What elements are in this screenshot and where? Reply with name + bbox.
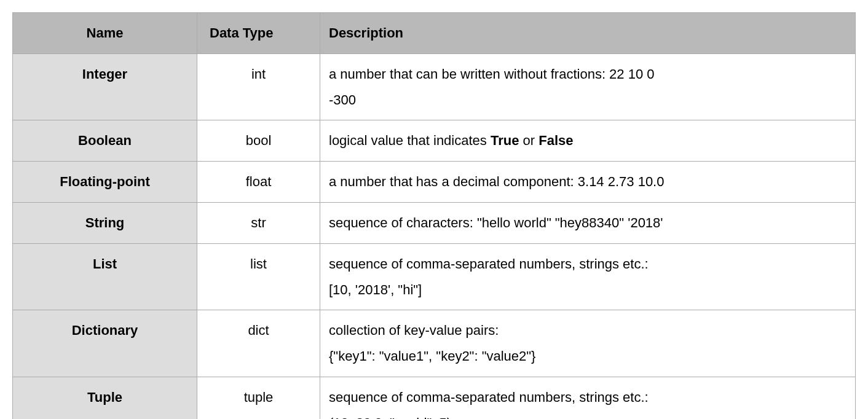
cell-name: List (13, 243, 197, 310)
cell-desc: sequence of comma-separated numbers, str… (320, 243, 856, 310)
cell-type: int (197, 53, 320, 120)
desc-text: a number that has a decimal component: 3… (329, 174, 664, 189)
cell-desc: collection of key-value pairs: {"key1": … (320, 310, 856, 377)
cell-name: Integer (13, 53, 197, 120)
cell-desc: a number that can be written without fra… (320, 53, 856, 120)
desc-text: a number that can be written without fra… (329, 66, 655, 82)
cell-name: Dictionary (13, 310, 197, 377)
desc-text: collection of key-value pairs: (329, 323, 499, 338)
cell-type: bool (197, 120, 320, 162)
desc-text-line2: -300 (329, 87, 846, 113)
table-row: Integer int a number that can be written… (13, 53, 856, 120)
cell-desc: a number that has a decimal component: 3… (320, 162, 856, 203)
cell-desc: sequence of characters: "hello world" "h… (320, 202, 856, 243)
desc-bold-false: False (539, 133, 573, 148)
table-row: List list sequence of comma-separated nu… (13, 243, 856, 310)
cell-desc: logical value that indicates True or Fal… (320, 120, 856, 162)
table-row: Tuple tuple sequence of comma-separated … (13, 377, 856, 419)
table-row: Dictionary dict collection of key-value … (13, 310, 856, 377)
cell-name: Boolean (13, 120, 197, 162)
header-type: Data Type (197, 13, 320, 54)
cell-name: Tuple (13, 377, 197, 419)
desc-text-line2: {"key1": "value1", "key2": "value2"} (329, 343, 846, 369)
cell-type: float (197, 162, 320, 203)
desc-text: logical value that indicates (329, 133, 491, 148)
desc-text: or (519, 133, 539, 148)
cell-type: list (197, 243, 320, 310)
cell-type: tuple (197, 377, 320, 419)
data-types-table: Name Data Type Description Integer int a… (12, 12, 856, 419)
cell-name: String (13, 202, 197, 243)
desc-text-line2: [10, '2018', "hi"] (329, 277, 846, 303)
desc-text: sequence of characters: "hello world" "h… (329, 215, 663, 230)
header-desc: Description (320, 13, 856, 54)
header-row: Name Data Type Description (13, 13, 856, 54)
cell-name: Floating-point (13, 162, 197, 203)
desc-bold-true: True (491, 133, 519, 148)
desc-text: sequence of comma-separated numbers, str… (329, 390, 649, 405)
table-row: Boolean bool logical value that indicate… (13, 120, 856, 162)
cell-type: str (197, 202, 320, 243)
cell-type: dict (197, 310, 320, 377)
cell-desc: sequence of comma-separated numbers, str… (320, 377, 856, 419)
table-row: Floating-point float a number that has a… (13, 162, 856, 203)
desc-text-line2: (10, 20.0, "world", 5) (329, 410, 846, 419)
table-row: String str sequence of characters: "hell… (13, 202, 856, 243)
header-name: Name (13, 13, 197, 54)
desc-text: sequence of comma-separated numbers, str… (329, 256, 649, 272)
